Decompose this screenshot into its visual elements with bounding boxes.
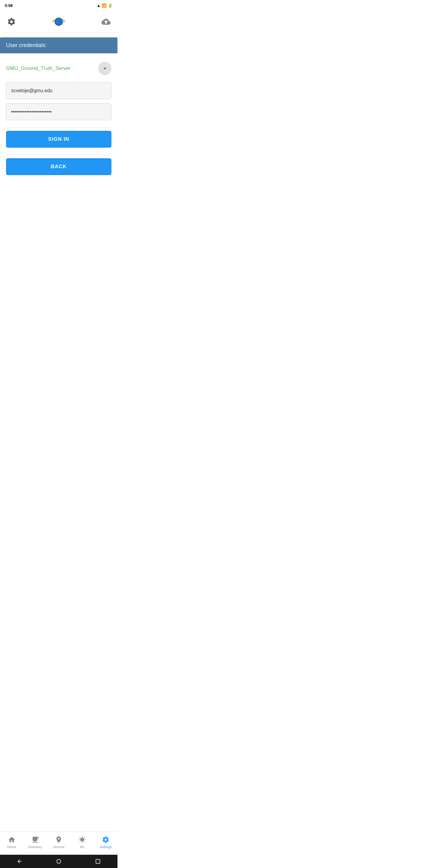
nav-item-air[interactable]: Air — [73, 834, 91, 850]
upload-button[interactable] — [101, 16, 111, 27]
credentials-form: User credentials: GMU_Ground_Truth_Serve… — [0, 37, 118, 181]
inventory-nav-icon — [31, 835, 39, 844]
divider-1 — [6, 127, 111, 128]
globe-wings-icon — [51, 14, 66, 29]
nav-item-settings[interactable]: Settings — [97, 834, 115, 850]
password-input[interactable] — [6, 103, 111, 120]
credentials-header: User credentials: — [0, 37, 118, 53]
nav-item-home[interactable]: Home — [3, 834, 21, 850]
bottom-navigation: Home Inventory Ground Air — [0, 832, 118, 855]
system-home-icon — [56, 858, 62, 864]
nav-item-ground[interactable]: Ground — [50, 834, 68, 850]
system-recent-button[interactable] — [93, 858, 103, 865]
server-selector: GMU_Ground_Truth_Server — [6, 59, 111, 78]
divider-2 — [6, 155, 111, 155]
wifi-icon: ▲ — [97, 3, 101, 8]
ground-nav-icon — [55, 835, 63, 844]
inventory-nav-label: Inventory — [28, 845, 42, 849]
toolbar — [0, 11, 118, 33]
inventory-icon — [31, 836, 39, 844]
gear-button[interactable] — [6, 16, 17, 27]
app-logo — [51, 14, 67, 30]
home-nav-icon — [7, 835, 16, 844]
server-dropdown-button[interactable] — [98, 62, 111, 75]
air-nav-icon — [78, 835, 87, 844]
status-bar: 5:58 ▲ 📶 🔋 — [0, 0, 118, 11]
air-nav-label: Air — [80, 845, 84, 849]
home-icon — [8, 836, 16, 844]
upload-icon — [101, 17, 110, 26]
email-input[interactable] — [6, 82, 111, 99]
chevron-down-icon — [101, 65, 108, 72]
system-nav-bar — [0, 855, 118, 868]
battery-icon: 🔋 — [108, 3, 112, 8]
settings-icon — [102, 836, 110, 844]
home-nav-label: Home — [7, 845, 16, 849]
system-home-button[interactable] — [53, 858, 64, 865]
ground-nav-label: Ground — [53, 845, 64, 849]
back-button[interactable]: BACK — [6, 158, 111, 175]
gear-icon — [7, 17, 16, 26]
recent-apps-icon — [95, 858, 101, 864]
settings-nav-label: Settings — [100, 845, 112, 849]
air-icon — [78, 836, 86, 844]
svg-point-5 — [57, 859, 61, 863]
system-back-button[interactable] — [14, 858, 25, 865]
signal-icon: 📶 — [102, 3, 107, 8]
ground-icon — [55, 836, 63, 844]
status-time: 5:58 — [5, 3, 13, 8]
status-icons: ▲ 📶 🔋 — [97, 3, 112, 8]
svg-rect-6 — [96, 859, 100, 863]
server-name-label: GMU_Ground_Truth_Server — [6, 65, 70, 71]
nav-item-inventory[interactable]: Inventory — [26, 834, 44, 850]
settings-nav-icon — [101, 835, 110, 844]
main-content: User credentials: GMU_Ground_Truth_Serve… — [0, 33, 118, 220]
sign-in-button[interactable]: SIGN IN — [6, 131, 111, 148]
back-arrow-icon — [17, 858, 23, 864]
credentials-title: User credentials: — [6, 42, 47, 48]
